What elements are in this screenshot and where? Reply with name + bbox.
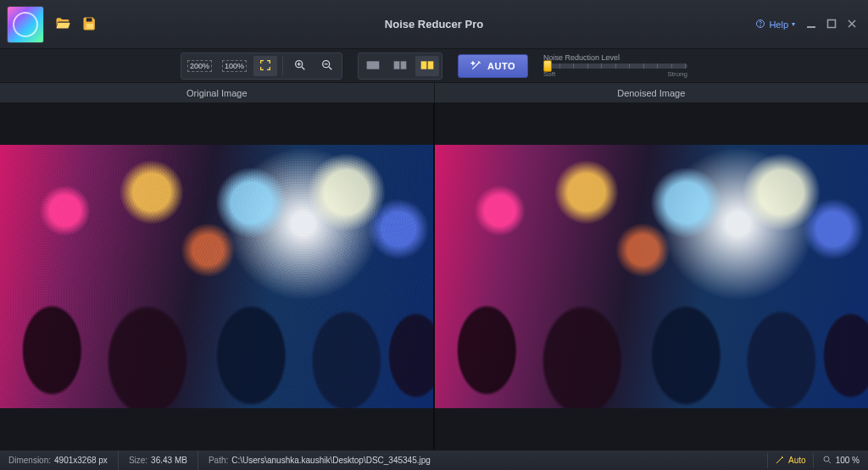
svg-point-3 [760,25,761,26]
status-auto-label: Auto [788,456,806,465]
folder-open-icon [54,15,71,34]
svg-rect-5 [828,19,836,27]
denoised-image-pane[interactable] [435,103,868,450]
zoom-in-button[interactable] [288,56,312,76]
original-image-pane[interactable] [0,103,435,450]
denoised-image [435,145,868,408]
window-close-button[interactable] [843,15,861,34]
svg-point-13 [824,456,829,462]
zoom-200-button[interactable]: 200% [184,56,215,76]
svg-rect-11 [421,61,427,69]
status-zoom-value: 100 % [836,456,860,465]
zoom-100-button[interactable]: 100% [219,56,250,76]
single-view-icon [366,58,380,74]
auto-denoise-button[interactable]: AUTO [458,54,528,78]
chevron-down-icon: ▾ [792,20,795,28]
close-icon [847,19,857,30]
save-file-button[interactable] [78,13,102,36]
compare-mode-group [358,53,442,80]
size-label: Size: [129,456,147,465]
slider-title: Noise Reduction Level [543,53,687,62]
workspace [0,103,868,450]
magic-wand-icon [470,59,482,73]
dimension-label: Dimension: [8,456,51,465]
denoised-pane-label: Denoised Image [435,83,869,102]
split-view-icon [393,58,407,74]
compare-side-by-side-button[interactable] [415,56,439,76]
original-pane-label: Original Image [0,83,435,102]
statusbar: Dimension: 4901x3268 px Size: 36.43 MB P… [0,450,868,470]
size-value: 36.43 MB [151,456,187,465]
floppy-save-icon [81,15,98,34]
svg-rect-8 [367,61,380,69]
compare-split-button[interactable] [388,56,412,76]
zoom-out-button[interactable] [315,56,339,76]
minimize-icon [806,19,816,30]
maximize-icon [826,19,837,30]
open-file-button[interactable] [51,13,75,36]
fit-screen-icon [259,58,272,74]
slider-knob[interactable] [543,60,552,72]
zoom-group: 200% 100% [181,53,342,80]
zoom-icon [822,455,832,467]
side-by-side-icon [420,58,434,74]
status-auto-button[interactable]: Auto [767,453,814,468]
svg-rect-10 [401,61,407,69]
fit-screen-button[interactable] [253,56,277,76]
zoom-out-icon [320,58,334,74]
dimension-value: 4901x3268 px [54,456,108,465]
original-image [0,145,433,408]
magic-wand-icon [775,455,785,467]
path-label: Path: [209,456,228,465]
svg-rect-9 [394,61,400,69]
help-menu[interactable]: Help ▾ [750,15,800,34]
compare-header: Original Image Denoised Image [0,83,868,103]
zoom-200-label: 200% [187,60,212,72]
toolbar: 200% 100% [0,49,868,83]
svg-rect-12 [428,61,434,69]
titlebar: Noise Reducer Pro Help ▾ [0,0,868,49]
svg-rect-4 [807,26,815,28]
path-value: C:\Users\anushka.kaushik\Desktop\DSC_345… [231,456,431,465]
compare-single-button[interactable] [361,56,385,76]
help-label: Help [769,19,788,30]
svg-rect-0 [86,18,92,21]
window-minimize-button[interactable] [802,15,821,34]
slider-max-label: Strong [667,70,687,78]
app-logo [7,6,44,43]
zoom-in-icon [293,58,307,74]
noise-reduction-slider[interactable] [543,64,687,69]
window-maximize-button[interactable] [822,15,841,34]
auto-button-label: AUTO [487,61,515,71]
svg-rect-1 [86,24,93,29]
zoom-100-label: 100% [222,60,247,72]
help-circle-icon [755,19,765,30]
status-zoom[interactable]: 100 % [822,455,860,467]
noise-reduction-slider-block: Noise Reduction Level Soft Strong [543,53,687,78]
app-title: Noise Reducer Pro [0,18,868,30]
